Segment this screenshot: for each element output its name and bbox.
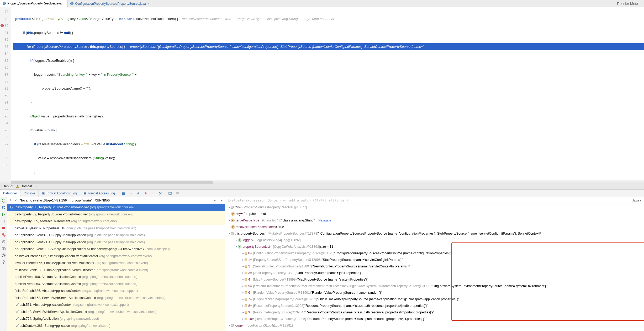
variable-node[interactable]: ▸this = {PropertySourcesPropertyResolver… xyxy=(225,204,644,210)
tab-file-2[interactable]: ConfigurationPropertySourcesPropertySour… xyxy=(68,0,152,7)
breakpoint-icon[interactable]: 80 xyxy=(0,22,11,29)
stack-frame[interactable]: onApplicationEvent:21, BSupplyChainAppli… xyxy=(7,239,225,246)
trace-icon[interactable] xyxy=(175,191,180,196)
console-tab[interactable]: Console xyxy=(20,190,39,197)
debugger-tab[interactable]: Debugger xyxy=(0,190,20,197)
access-log-tab[interactable]: ▣ Tomcat Access Log xyxy=(80,190,118,197)
rerun-icon[interactable] xyxy=(2,199,6,203)
code-area[interactable]: protected <T> T getProperty(String key, … xyxy=(11,7,644,180)
close-icon[interactable]: × xyxy=(35,184,38,188)
variable-node[interactable]: ▸4 = {MapPropertySource@13899} "MapPrope… xyxy=(225,276,644,283)
soft-wrap-guide xyxy=(307,7,307,180)
refresh-icon[interactable]: ↻ xyxy=(10,199,13,202)
frames-header: ↻ ✔ "localhost-startStop-1"@2,150 in gro… xyxy=(7,197,225,204)
svg-rect-2 xyxy=(3,220,3,223)
java-file-icon xyxy=(3,2,6,5)
tab-label: PropertySourcesPropertyResolver.java xyxy=(7,2,62,5)
variable-node[interactable]: ▸9 = {ResourcePropertySource@13904} "Res… xyxy=(225,309,644,316)
pin-icon[interactable] xyxy=(2,260,6,264)
drop-frame-icon[interactable] xyxy=(158,191,163,196)
variable-node[interactable]: ▸0 = {ConfigurationPropertySourcesProper… xyxy=(225,250,644,256)
svg-rect-4 xyxy=(2,227,5,229)
svg-point-6 xyxy=(3,235,6,237)
stack-frame[interactable]: refreshContext:386, SpringApplication (o… xyxy=(7,322,225,329)
debug-config-name[interactable]: tomcat xyxy=(22,184,32,188)
stack-frame[interactable]: refresh:754, SpringApplication (org.spri… xyxy=(7,315,225,322)
debug-toolbar: Debugger Console ▣ Tomcat Localhost Log … xyxy=(0,190,644,197)
stack-frame[interactable]: doInvokeListener:172, SimpleApplicationE… xyxy=(7,253,225,260)
stack-frame[interactable]: getValueByKey:39, PropertiesUtils (com.j… xyxy=(7,225,225,232)
variable-node[interactable]: ▸8 = {ResourcePropertySource@13903} "Res… xyxy=(225,302,644,309)
frames-list[interactable]: ↻getProperty:80, PropertySourcesProperty… xyxy=(7,204,225,331)
stack-frame[interactable]: publishEvent:354, AbstractApplicationCon… xyxy=(7,281,225,288)
variable-node[interactable]: PresolveNestedPlaceholders = true xyxy=(225,224,644,230)
mute-breakpoints-icon[interactable] xyxy=(2,240,6,244)
stack-frame[interactable]: finishRefresh:886, AbstractApplicationCo… xyxy=(7,287,225,294)
stack-frame[interactable]: refresh:142, ServletWebServerApplication… xyxy=(7,308,225,316)
stack-frame[interactable]: run:307, SpringApplication (org.springfr… xyxy=(7,329,225,331)
dropdown-icon[interactable]: ▾ xyxy=(219,199,222,202)
reader-mode-label[interactable]: Reader Mode xyxy=(612,2,644,6)
frame-icon: ↻ xyxy=(10,205,14,209)
update-icon[interactable] xyxy=(2,205,6,210)
filter-icon[interactable]: ▼ xyxy=(213,199,217,202)
svg-rect-1 xyxy=(2,213,3,216)
step-into-icon[interactable] xyxy=(136,191,141,196)
stack-frame[interactable]: refresh:551, AbstractApplicationContext … xyxy=(7,301,225,308)
svg-rect-3 xyxy=(4,220,5,223)
stack-frame[interactable]: ↻getProperty:80, PropertySourcesProperty… xyxy=(7,204,225,211)
view-breakpoints-icon[interactable] xyxy=(2,233,6,237)
variable-node[interactable]: ▸6 = {RandomValuePropertySource@13901} "… xyxy=(225,289,644,296)
frames-thread-label[interactable]: "localhost-startStop-1"@2,150 in group "… xyxy=(19,199,110,202)
svg-point-10 xyxy=(3,255,4,256)
debug-label: Debug: xyxy=(3,184,13,188)
stack-frame[interactable]: invokeListener:165, SimpleApplicationEve… xyxy=(7,260,225,267)
force-step-into-icon[interactable] xyxy=(143,191,148,196)
variable-node[interactable]: ▸1 = {PropertySource$StubPropertySource@… xyxy=(225,256,644,263)
variables-tree[interactable]: ▸this = {PropertySourcesPropertyResolver… xyxy=(225,204,644,331)
show-execution-point-icon[interactable] xyxy=(121,191,126,196)
variable-node[interactable]: ▸Pkey = "ump.heartbeat" xyxy=(225,210,644,217)
stack-frame[interactable]: getProperty:535, AbstractEnvironment (or… xyxy=(7,218,225,225)
lang-label[interactable]: Java ▾ xyxy=(632,199,641,202)
horizontal-scrollbar[interactable] xyxy=(0,180,644,183)
variable-node[interactable]: ▾fpropertySourceList = {CopyOnWriteArray… xyxy=(225,243,644,250)
stack-frame[interactable]: onApplicationEvent:43, BSupplyChainAppli… xyxy=(7,232,225,239)
watch-row: Evaluate expression (Enter) or add a wat… xyxy=(225,197,644,204)
close-icon[interactable]: × xyxy=(147,2,149,5)
camera-icon[interactable] xyxy=(2,246,6,251)
tab-file-1[interactable]: PropertySourcesPropertyResolver.java × xyxy=(0,0,68,7)
execution-line: for (PropertySource<?> propertySource : … xyxy=(13,43,644,50)
variable-node[interactable]: ▸2 = {ServletContextPropertySource@13897… xyxy=(225,263,644,270)
debug-side-buttons xyxy=(0,197,7,331)
stack-frame[interactable]: getProperty:62, PropertySourcesPropertyR… xyxy=(7,211,225,218)
settings-icon[interactable] xyxy=(2,253,6,257)
variable-node[interactable]: ▸5 = {SystemEnvironmentPropertySourceEnv… xyxy=(225,283,644,289)
variable-node[interactable]: ▾this.propertySources = {MutableProperty… xyxy=(225,230,644,237)
watch-input[interactable]: Evaluate expression (Enter) or add a wat… xyxy=(228,198,630,202)
close-icon[interactable]: × xyxy=(63,2,65,5)
resume-icon[interactable] xyxy=(2,212,6,216)
debug-tool-window: Debug: tomcat × Debugger Console ▣ Tomca… xyxy=(0,183,644,331)
variable-node[interactable]: ▸logger = {LogFactory$Log4jLog@13881} xyxy=(225,322,644,329)
variable-node[interactable]: ▸PtargetValueType = {Class@343} "class j… xyxy=(225,217,644,224)
code-editor: 78 79 80 81 82 83 84 85 86 87 88 89 90 9… xyxy=(0,7,644,183)
java-file-icon xyxy=(70,2,73,5)
stop-icon[interactable] xyxy=(2,226,6,230)
variable-node[interactable]: ▸10 = {ResourcePropertySource@13905} "Re… xyxy=(225,316,644,322)
stack-frame[interactable]: onApplicationEvent:-1, BSupplyChainAppli… xyxy=(7,246,225,253)
step-over-icon[interactable] xyxy=(128,191,134,196)
server-icon: ▣ xyxy=(83,192,86,195)
localhost-log-tab[interactable]: ▣ Tomcat Localhost Log xyxy=(39,190,80,197)
stack-frame[interactable]: finishRefresh:163, ServletWebServerAppli… xyxy=(7,294,225,302)
evaluate-icon[interactable] xyxy=(167,191,173,196)
tomcat-icon xyxy=(16,184,19,188)
stack-frame[interactable]: publishEvent:400, AbstractApplicationCon… xyxy=(7,273,225,281)
pause-icon[interactable] xyxy=(2,219,6,223)
variable-node[interactable]: ▸flogger = {LogFactory$Log4jLog@13892} xyxy=(225,237,644,243)
step-out-icon[interactable] xyxy=(150,191,156,196)
stack-frame[interactable]: multicastEvent:139, SimpleApplicationEve… xyxy=(7,267,225,274)
variable-node[interactable]: ▸7 = {OriginTrackedMapPropertySource@139… xyxy=(225,296,644,302)
tab-label: ConfigurationPropertySourcesPropertySour… xyxy=(75,2,146,6)
variable-node[interactable]: ▸3 = {JndiPropertySource@13898} "JndiPro… xyxy=(225,270,644,276)
